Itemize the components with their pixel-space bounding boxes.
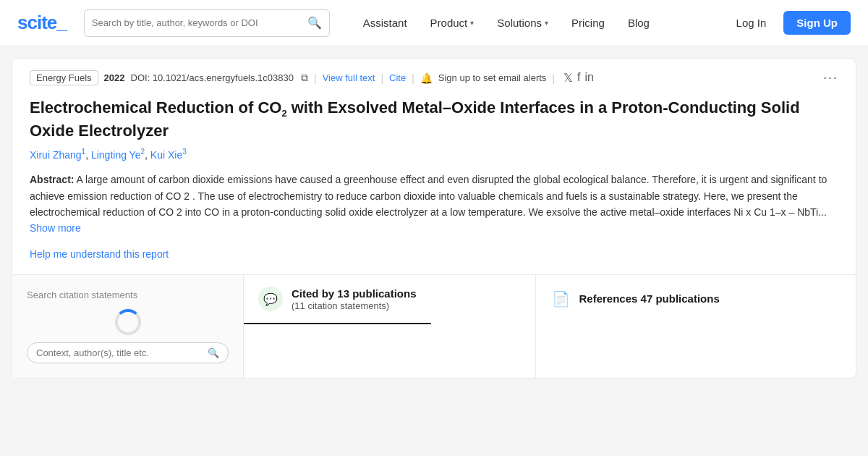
cite-link[interactable]: Cite xyxy=(389,72,406,83)
logo[interactable]: scite_ xyxy=(17,12,67,34)
alert-text: Sign up to set email alerts xyxy=(438,72,547,83)
citation-search-panel: Search citation statements 🔍 xyxy=(12,275,244,378)
nav-item-solutions[interactable]: Solutions ▾ xyxy=(487,11,558,35)
authors: Xirui Zhang1, Lingting Ye2, Kui Xie3 xyxy=(12,148,856,169)
citation-search-icon: 🔍 xyxy=(208,347,219,358)
help-link-wrapper: Help me understand this report xyxy=(12,245,856,274)
show-more-link[interactable]: Show more xyxy=(30,222,81,234)
logo-text: scite_ xyxy=(17,12,67,33)
loading-spinner-wrapper xyxy=(27,309,229,335)
references-panel[interactable]: 📄 References 47 publications xyxy=(536,275,856,378)
cited-by-tab[interactable]: 💬 Cited by 13 publications (11 citation … xyxy=(244,275,431,325)
paper-title: Electrochemical Reduction of CO2 with Ex… xyxy=(12,91,856,148)
journal-badge: Energy Fuels xyxy=(30,70,98,85)
main-content: Energy Fuels 2022 DOI: 10.1021/acs.energ… xyxy=(12,58,856,379)
references-label: References 47 publications xyxy=(579,287,720,305)
navbar: scite_ 🔍 Assistant Product ▾ Solutions ▾… xyxy=(0,0,868,46)
references-icon: 📄 xyxy=(550,288,572,310)
cited-by-sub-label: (11 citation statements) xyxy=(292,300,417,311)
search-bar[interactable]: 🔍 xyxy=(84,9,330,37)
linkedin-icon[interactable]: in xyxy=(584,71,593,85)
nav-item-product[interactable]: Product ▾ xyxy=(420,11,485,35)
copy-doi-icon[interactable]: ⧉ xyxy=(301,72,308,84)
product-chevron-icon: ▾ xyxy=(470,19,474,27)
search-icon: 🔍 xyxy=(307,16,322,30)
nav-item-assistant[interactable]: Assistant xyxy=(353,11,417,35)
search-input[interactable] xyxy=(92,17,307,28)
cited-by-main-label: Cited by 13 publications xyxy=(292,287,417,301)
citation-search-input[interactable] xyxy=(36,347,208,358)
cited-tabs: 💬 Cited by 13 publications (11 citation … xyxy=(244,275,535,325)
nav-links: Assistant Product ▾ Solutions ▾ Pricing … xyxy=(353,11,725,35)
facebook-icon[interactable]: f xyxy=(577,71,580,85)
paper-meta: Energy Fuels 2022 DOI: 10.1021/acs.energ… xyxy=(12,59,856,91)
solutions-chevron-icon: ▾ xyxy=(545,19,548,27)
citation-search-input-wrapper[interactable]: 🔍 xyxy=(27,342,229,363)
view-full-text-link[interactable]: View full text xyxy=(323,72,375,83)
citation-section: Search citation statements 🔍 💬 Cited by … xyxy=(12,274,856,378)
abstract-text: A large amount of carbon dioxide emissio… xyxy=(30,174,827,218)
abstract-label: Abstract: xyxy=(30,174,74,185)
author-1[interactable]: Xirui Zhang xyxy=(30,148,82,160)
cited-by-icon: 💬 xyxy=(258,287,283,311)
author-2[interactable]: Lingting Ye xyxy=(91,148,141,160)
citation-search-label: Search citation statements xyxy=(27,290,229,300)
cited-by-panel: 💬 Cited by 13 publications (11 citation … xyxy=(244,275,536,378)
bell-icon: 🔔 xyxy=(420,72,433,84)
co2-subscript: 2 xyxy=(281,108,286,119)
abstract: Abstract: A large amount of carbon dioxi… xyxy=(12,169,856,245)
loading-spinner xyxy=(115,309,141,335)
more-options-button[interactable]: ··· xyxy=(823,70,838,85)
nav-item-pricing[interactable]: Pricing xyxy=(561,11,615,35)
signup-button[interactable]: Sign Up xyxy=(783,11,851,35)
nav-item-blog[interactable]: Blog xyxy=(618,11,660,35)
author-3[interactable]: Kui Xie xyxy=(150,148,182,160)
login-button[interactable]: Log In xyxy=(725,11,778,35)
paper-year: 2022 xyxy=(104,72,125,83)
twitter-icon[interactable]: 𝕏 xyxy=(563,71,573,85)
social-icons: 𝕏 f in xyxy=(563,71,594,85)
help-understand-link[interactable]: Help me understand this report xyxy=(30,248,169,260)
paper-doi: DOI: 10.1021/acs.energyfuels.1c03830 xyxy=(131,72,294,83)
